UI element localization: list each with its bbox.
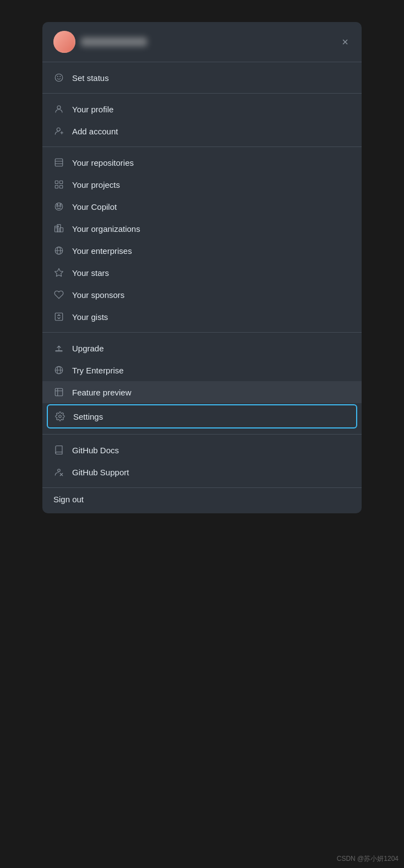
svg-rect-32	[56, 351, 62, 352]
svg-point-0	[55, 74, 63, 82]
svg-point-3	[57, 106, 61, 109]
avatar-area	[53, 31, 147, 53]
profile-icon	[53, 104, 64, 115]
page-wrapper: × Set status	[0, 0, 404, 868]
github-support-item[interactable]: GitHub Support	[42, 461, 362, 483]
svg-rect-21	[55, 226, 58, 232]
svg-point-4	[57, 128, 60, 131]
svg-rect-30	[55, 313, 63, 321]
your-profile-item[interactable]: Your profile	[42, 98, 362, 120]
projects-icon	[53, 179, 64, 190]
add-account-icon	[53, 126, 64, 137]
settings-item[interactable]: Settings	[47, 404, 357, 428]
svg-rect-11	[60, 181, 63, 183]
try-enterprise-icon	[53, 365, 64, 376]
your-gists-label: Your gists	[72, 312, 108, 322]
close-button[interactable]: ×	[340, 34, 351, 50]
your-organizations-label: Your organizations	[72, 224, 140, 234]
your-enterprises-item[interactable]: Your enterprises	[42, 240, 362, 262]
github-support-label: GitHub Support	[72, 468, 129, 477]
support-icon	[53, 466, 64, 478]
feature-preview-item[interactable]: Feature preview	[42, 381, 362, 403]
add-account-label: Add account	[72, 127, 118, 136]
sponsors-icon	[53, 289, 64, 300]
svg-point-36	[59, 415, 62, 418]
section-tools: Upgrade Try Enterprise F	[42, 333, 362, 435]
section-status: Set status	[42, 62, 362, 94]
github-docs-item[interactable]: GitHub Docs	[42, 439, 362, 461]
upgrade-label: Upgrade	[72, 344, 104, 353]
watermark: CSDN @苏小妍1204	[337, 854, 398, 864]
svg-rect-10	[55, 181, 58, 183]
your-organizations-item[interactable]: Your organizations	[42, 218, 362, 240]
feature-preview-label: Feature preview	[72, 388, 132, 397]
section-profile: Your profile Add account	[42, 94, 362, 147]
svg-rect-22	[60, 228, 63, 232]
your-copilot-item[interactable]: Your Copilot	[42, 196, 362, 218]
your-enterprises-label: Your enterprises	[72, 246, 132, 256]
svg-rect-23	[57, 225, 61, 232]
try-enterprise-label: Try Enterprise	[72, 366, 124, 375]
smiley-icon	[53, 72, 64, 83]
organizations-icon	[53, 223, 64, 234]
svg-point-37	[58, 469, 61, 472]
your-profile-label: Your profile	[72, 105, 113, 114]
your-gists-item[interactable]: Your gists	[42, 306, 362, 328]
username-blurred	[81, 37, 147, 46]
svg-rect-12	[55, 186, 58, 188]
section-help: GitHub Docs GitHub Support	[42, 435, 362, 488]
copilot-icon	[53, 201, 64, 212]
avatar	[53, 31, 75, 53]
signout-section: Sign out	[42, 488, 362, 513]
your-copilot-label: Your Copilot	[72, 202, 117, 211]
settings-label: Settings	[73, 412, 103, 421]
section-content: Your repositories Your projects	[42, 147, 362, 333]
your-stars-label: Your stars	[72, 268, 109, 278]
svg-rect-13	[60, 186, 63, 188]
svg-point-15	[57, 205, 58, 207]
your-sponsors-label: Your sponsors	[72, 290, 124, 300]
set-status-item[interactable]: Set status	[42, 67, 362, 89]
your-projects-label: Your projects	[72, 180, 120, 189]
svg-marker-29	[55, 269, 63, 276]
feature-preview-icon	[53, 387, 64, 398]
dropdown-menu: × Set status	[42, 22, 362, 513]
your-repositories-label: Your repositories	[72, 158, 134, 167]
stars-icon	[53, 267, 64, 278]
svg-point-16	[59, 205, 61, 207]
docs-icon	[53, 444, 64, 455]
try-enterprise-item[interactable]: Try Enterprise	[42, 359, 362, 381]
svg-rect-7	[55, 159, 63, 166]
upgrade-item[interactable]: Upgrade	[42, 337, 362, 359]
repositories-icon	[53, 157, 64, 168]
settings-icon	[54, 411, 65, 422]
github-docs-label: GitHub Docs	[72, 446, 119, 455]
your-projects-item[interactable]: Your projects	[42, 173, 362, 196]
gists-icon	[53, 311, 64, 322]
your-sponsors-item[interactable]: Your sponsors	[42, 284, 362, 306]
your-stars-item[interactable]: Your stars	[42, 262, 362, 284]
your-repositories-item[interactable]: Your repositories	[42, 151, 362, 173]
add-account-item[interactable]: Add account	[42, 120, 362, 142]
menu-header: ×	[42, 22, 362, 62]
upgrade-icon	[53, 343, 64, 354]
enterprises-icon	[53, 245, 64, 256]
sign-out-button[interactable]: Sign out	[53, 495, 84, 504]
set-status-label: Set status	[72, 73, 109, 83]
